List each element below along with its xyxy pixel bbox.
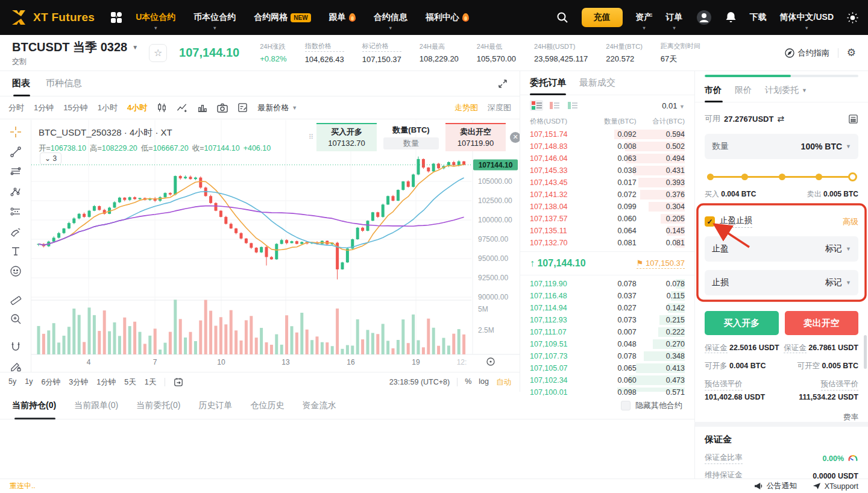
- positions-tab-2[interactable]: 当前跟单(0): [74, 392, 118, 419]
- range-1y[interactable]: 1y: [25, 377, 33, 388]
- ask-row[interactable]: 107,132.700.0810.081: [520, 237, 694, 249]
- hide-other-contracts-checkbox[interactable]: [621, 401, 631, 410]
- price-type-select[interactable]: 最新价格▼: [257, 102, 297, 113]
- ask-row[interactable]: 107,151.740.0920.594: [520, 128, 694, 140]
- scale-自动[interactable]: 自动: [496, 377, 511, 388]
- fee-rate-link[interactable]: 费率: [843, 413, 858, 422]
- legend-collapse-button[interactable]: ⌄ 3: [40, 152, 61, 165]
- bid-row[interactable]: 107,116.480.0370.115: [520, 290, 694, 302]
- stop-loss-input[interactable]: 止损 标记▼: [705, 270, 858, 295]
- interval-15分钟[interactable]: 15分钟: [63, 102, 87, 113]
- last-trade-price[interactable]: ↑ 107,144.10: [530, 258, 586, 269]
- tpsl-checkbox[interactable]: ✓: [705, 216, 715, 227]
- theme-toggle-icon[interactable]: [847, 12, 858, 24]
- ask-row[interactable]: 107,137.570.0600.205: [520, 213, 694, 225]
- chart-clock[interactable]: 23:18:59 (UTC+8): [389, 378, 450, 386]
- ask-row[interactable]: 107,135.110.0640.145: [520, 225, 694, 237]
- nav-item-5[interactable]: 合约信息▾: [374, 0, 407, 35]
- bid-row[interactable]: 107,105.070.0650.413: [520, 362, 694, 374]
- positions-tab-5[interactable]: 仓位历史: [250, 392, 284, 419]
- trend-line-icon[interactable]: [9, 146, 22, 158]
- columns-icon[interactable]: [197, 102, 207, 113]
- take-profit-input[interactable]: 止盈 标记▼: [705, 236, 858, 262]
- ask-row[interactable]: 107,138.040.0990.304: [520, 201, 694, 213]
- support-link[interactable]: XTsupport: [813, 482, 858, 491]
- ruler-icon[interactable]: [9, 293, 22, 305]
- ask-row[interactable]: 107,145.330.0380.431: [520, 165, 694, 177]
- contract-guide-link[interactable]: 合约指南: [785, 48, 829, 58]
- ask-row[interactable]: 107,148.830.0080.502: [520, 140, 694, 152]
- nav-orders[interactable]: 订单▾: [666, 0, 683, 35]
- range-3分钟[interactable]: 3分钟: [69, 377, 88, 388]
- slider-handle[interactable]: [848, 172, 857, 181]
- bid-row[interactable]: 107,107.730.0780.348: [520, 350, 694, 362]
- scrollbar-thumb[interactable]: [864, 335, 867, 369]
- take-profit-trigger-select[interactable]: 标记▼: [825, 243, 851, 254]
- go-to-date-icon[interactable]: [174, 377, 183, 387]
- nav-download[interactable]: 下载: [750, 0, 767, 35]
- nav-item-4[interactable]: 跟单: [329, 0, 356, 35]
- expand-chart-icon[interactable]: [498, 79, 508, 89]
- order-type-tab-3[interactable]: 计划委托▼: [765, 78, 807, 102]
- candles-icon[interactable]: [157, 102, 167, 113]
- transfer-swap-icon[interactable]: ⇄: [777, 114, 784, 124]
- order-panel-icon[interactable]: [237, 102, 248, 113]
- indicator-icon[interactable]: [177, 102, 187, 113]
- quantity-input[interactable]: 数量 100% BTC▼: [705, 134, 858, 159]
- deposit-button[interactable]: 充值: [582, 8, 623, 27]
- bid-row[interactable]: 107,102.340.0600.473: [520, 374, 694, 386]
- stop-loss-trigger-select[interactable]: 标记▼: [825, 277, 851, 288]
- amount-slider[interactable]: [707, 172, 856, 181]
- layout-bids-icon[interactable]: [566, 100, 579, 111]
- candlestick-chart[interactable]: 107144.10105000.00102500.00100000.009750…: [31, 120, 520, 372]
- advanced-link[interactable]: 高级: [843, 216, 858, 227]
- nav-item-3[interactable]: 合约网格NEW: [254, 0, 310, 35]
- positions-tab-6[interactable]: 资金流水: [302, 392, 336, 419]
- nav-locale[interactable]: 简体中文/USD▾: [780, 0, 834, 35]
- bid-row[interactable]: 107,119.900.0780.078: [520, 278, 694, 290]
- pitchfork-icon[interactable]: [9, 186, 22, 198]
- favorite-star-icon[interactable]: ☆: [149, 44, 167, 62]
- order-type-tab-2[interactable]: 限价: [735, 78, 752, 102]
- magnet-icon[interactable]: [9, 341, 22, 353]
- open-long-button[interactable]: 买入开多: [705, 311, 779, 335]
- nav-item-2[interactable]: 币本位合约▾: [193, 0, 236, 35]
- interval-1分钟[interactable]: 1分钟: [34, 102, 54, 113]
- positions-tab-4[interactable]: 历史订单: [198, 392, 232, 419]
- interval-4小时[interactable]: 4小时: [127, 102, 147, 113]
- scale-%[interactable]: %: [465, 377, 471, 388]
- maintenance-margin-label[interactable]: 维持保证金: [705, 470, 743, 479]
- zoom-in-icon[interactable]: [9, 313, 22, 325]
- ask-row[interactable]: 107,141.320.0720.376: [520, 189, 694, 201]
- text-tool-icon[interactable]: [9, 245, 22, 257]
- widget-sell-button[interactable]: 卖出开空 107119.90: [445, 123, 506, 151]
- layout-both-icon[interactable]: [530, 100, 543, 111]
- stat-label[interactable]: 标记价格: [362, 42, 401, 52]
- nav-assets[interactable]: 资产▾: [636, 0, 653, 35]
- notifications-bell-icon[interactable]: [725, 11, 737, 24]
- brush-icon[interactable]: [9, 225, 22, 237]
- range-6分钟[interactable]: 6分钟: [41, 377, 60, 388]
- layout-asks-icon[interactable]: [548, 100, 561, 111]
- avatar[interactable]: [696, 10, 712, 25]
- stat-label[interactable]: 指数价格: [305, 42, 344, 52]
- view-toggle-1[interactable]: 走势图: [454, 102, 478, 113]
- parallel-channel-icon[interactable]: [9, 166, 22, 178]
- view-toggle-2[interactable]: 深度图: [488, 102, 511, 113]
- range-5y[interactable]: 5y: [8, 377, 16, 388]
- positions-tab-1[interactable]: 当前持仓(0): [12, 392, 56, 419]
- range-1分钟[interactable]: 1分钟: [96, 377, 116, 388]
- nav-item-1[interactable]: U本位合约▾: [136, 0, 175, 35]
- chart-tab-2[interactable]: 币种信息: [46, 71, 82, 96]
- precision-select[interactable]: 0.01 ▼: [662, 101, 685, 110]
- ask-row[interactable]: 107,143.450.0170.393: [520, 177, 694, 189]
- symbol-selector[interactable]: BTCUSDT 当季 0328 ▼: [12, 39, 138, 55]
- margin-ratio-label[interactable]: 保证金比率: [705, 453, 743, 464]
- chart-tab-1[interactable]: 图表: [12, 71, 30, 96]
- interval-1小时[interactable]: 1小时: [98, 102, 118, 113]
- interval-分时[interactable]: 分时: [8, 102, 24, 113]
- ask-row[interactable]: 107,146.040.0630.494: [520, 152, 694, 165]
- order-book-tab-2[interactable]: 最新成交: [579, 71, 615, 95]
- camera-icon[interactable]: [217, 103, 228, 113]
- fib-segments-icon[interactable]: [9, 206, 22, 218]
